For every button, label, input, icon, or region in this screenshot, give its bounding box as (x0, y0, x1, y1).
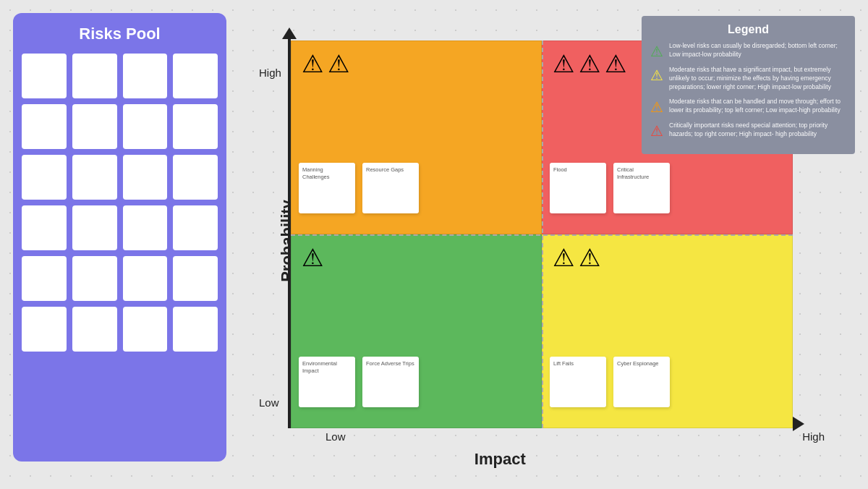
warn-icon-1: ⚠ (302, 245, 323, 270)
sticky-note[interactable]: Manning Challenges (299, 163, 355, 213)
legend-panel: Legend ⚠ Low-level risks can usually be … (642, 16, 855, 154)
sticky-note[interactable]: Environmental Impact (299, 357, 355, 407)
pool-card-2[interactable] (123, 54, 168, 98)
pool-card-14[interactable] (123, 205, 168, 250)
pool-card-3[interactable] (173, 54, 218, 98)
warn-icon-3: ⚠ (605, 51, 626, 76)
pool-card-12[interactable] (22, 205, 67, 250)
legend-orange-text: Moderate risks that can be handled and m… (669, 98, 846, 115)
sticky-label: Critical Infrastructure (617, 166, 666, 181)
warning-icons-bottom-left: ⚠ (302, 245, 323, 270)
quadrant-bottom-left: ⚠ Environmental Impact Force Adverse Tri… (291, 234, 542, 428)
legend-item-red: ⚠ Critically important risks need specia… (650, 122, 846, 140)
sticky-label: Environmental Impact (302, 360, 352, 375)
sticky-label: Lift Fails (553, 360, 603, 367)
pool-card-4[interactable] (22, 104, 67, 149)
pool-card-7[interactable] (173, 104, 218, 149)
legend-item-orange: ⚠ Moderate risks that can be handled and… (650, 98, 846, 116)
sticky-label: Resource Gaps (366, 166, 415, 174)
sticky-notes-top-right: Flood Critical Infrastructure (550, 163, 670, 213)
sticky-note[interactable]: Critical Infrastructure (613, 163, 670, 213)
sticky-label: Cyber Espionage (617, 360, 666, 367)
legend-red-icon: ⚠ (650, 122, 663, 140)
sticky-notes-top-left: Manning Challenges Resource Gaps (299, 163, 419, 213)
y-axis-low-label: Low (259, 396, 279, 409)
quadrant-top-left: ⚠ ⚠ Manning Challenges Resource Gaps (291, 41, 542, 234)
sticky-note[interactable]: Lift Fails (550, 357, 606, 407)
pool-card-9[interactable] (72, 155, 117, 200)
risks-pool-panel: Risks Pool (13, 13, 226, 462)
sticky-label: Manning Challenges (302, 166, 352, 181)
legend-green-icon: ⚠ (650, 43, 663, 60)
legend-title: Legend (650, 23, 846, 36)
warn-icon-2: ⚠ (579, 245, 600, 270)
x-axis-low-label: Low (326, 430, 346, 443)
pool-card-23[interactable] (173, 307, 218, 352)
sticky-note[interactable]: Resource Gaps (362, 163, 419, 213)
pool-card-22[interactable] (123, 307, 168, 352)
pool-card-18[interactable] (123, 256, 168, 301)
pool-card-17[interactable] (72, 256, 117, 301)
sticky-note[interactable]: Cyber Espionage (613, 357, 670, 407)
risks-pool-title: Risks Pool (22, 25, 218, 43)
pool-card-11[interactable] (173, 155, 218, 200)
pool-card-5[interactable] (72, 104, 117, 149)
dashed-vertical-line (542, 41, 543, 428)
sticky-note[interactable]: Flood (550, 163, 606, 213)
legend-green-text: Low-level risks can usually be disregard… (669, 42, 846, 59)
warn-icon-2: ⚠ (579, 51, 600, 76)
legend-orange-icon: ⚠ (650, 98, 663, 116)
pool-card-21[interactable] (72, 307, 117, 352)
pool-card-6[interactable] (123, 104, 168, 149)
warn-icon-1: ⚠ (553, 51, 574, 76)
warning-icons-top-right: ⚠ ⚠ ⚠ (553, 51, 626, 76)
sticky-notes-bottom-right: Lift Fails Cyber Espionage (550, 357, 670, 407)
warn-icon-1: ⚠ (553, 245, 574, 270)
legend-yellow-icon: ⚠ (650, 67, 663, 84)
x-axis-high-label: High (802, 430, 825, 443)
legend-item-yellow: ⚠ Moderate risks that have a significant… (650, 66, 846, 92)
pool-card-15[interactable] (173, 205, 218, 250)
legend-yellow-text: Moderate risks that have a significant i… (669, 66, 846, 92)
y-axis-high-label: High (259, 67, 281, 79)
pool-card-1[interactable] (72, 54, 117, 98)
legend-red-text: Critically important risks need special … (669, 122, 846, 139)
pool-card-10[interactable] (123, 155, 168, 200)
x-axis-label: Impact (475, 450, 526, 469)
legend-item-green: ⚠ Low-level risks can usually be disrega… (650, 42, 846, 60)
warn-icon-2: ⚠ (328, 51, 349, 76)
sticky-label: Force Adverse Trips (366, 360, 415, 367)
pool-card-13[interactable] (72, 205, 117, 250)
sticky-label: Flood (553, 166, 603, 174)
pool-card-0[interactable] (22, 54, 67, 98)
pool-card-8[interactable] (22, 155, 67, 200)
warn-icon-1: ⚠ (302, 51, 323, 76)
pool-card-16[interactable] (22, 256, 67, 301)
warning-icons-top-left: ⚠ ⚠ (302, 51, 349, 76)
sticky-note[interactable]: Force Adverse Trips (362, 357, 419, 407)
sticky-notes-bottom-left: Environmental Impact Force Adverse Trips (299, 357, 419, 407)
pool-card-20[interactable] (22, 307, 67, 352)
quadrant-bottom-right: ⚠ ⚠ Lift Fails Cyber Espionage (542, 234, 793, 428)
pool-grid (22, 54, 218, 352)
pool-card-19[interactable] (173, 256, 218, 301)
warning-icons-bottom-right: ⚠ ⚠ (553, 245, 600, 270)
